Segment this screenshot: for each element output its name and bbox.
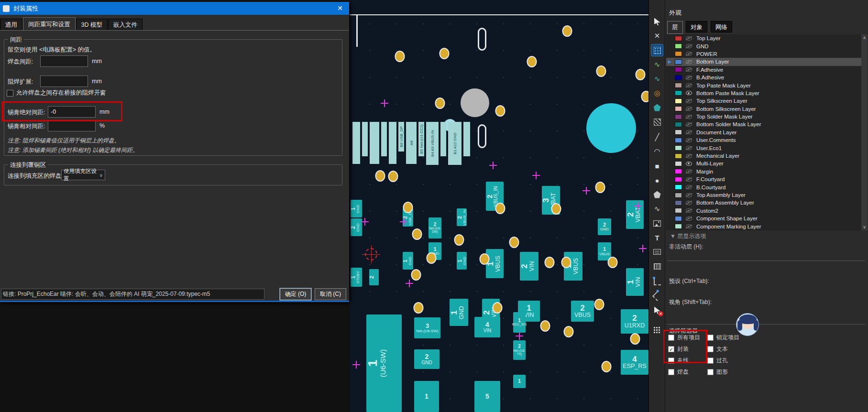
connector-pad[interactable]: B1 A12 GND (448, 122, 461, 165)
measure-tool-2-icon[interactable] (651, 290, 663, 302)
layer-row-Custom2[interactable]: Custom2 (666, 207, 861, 215)
filter-checkbox-图形[interactable]: 图形 (707, 366, 859, 378)
eye-hidden-icon[interactable] (686, 115, 692, 119)
eye-hidden-icon[interactable] (686, 60, 692, 64)
via[interactable] (608, 257, 618, 268)
appearance-tab-网络[interactable]: 网络 (711, 21, 732, 33)
layer-row-Bottom Paste Mask Layer[interactable]: Bottom Paste Mask Layer (666, 89, 861, 97)
layer-list-scrollbar[interactable]: ∧∨ (861, 34, 868, 230)
connector-pad[interactable] (362, 122, 368, 156)
add-textbox-icon[interactable] (651, 246, 663, 258)
checkbox-icon[interactable] (707, 335, 714, 341)
paste-rel-input[interactable] (48, 120, 96, 131)
via[interactable] (439, 48, 450, 59)
layer-color-swatch[interactable] (675, 114, 682, 119)
dialog-titlebar[interactable]: 封装属性 ✕ (0, 2, 349, 15)
layer-row-Bottom Layer[interactable]: ▶Bottom Layer (666, 58, 861, 65)
pad-1-VIN[interactable]: 1VIN (626, 268, 644, 296)
via[interactable] (551, 203, 561, 215)
pad-3-Net-(U6-SW)[interactable]: 3Net-(U6-SW) (414, 317, 440, 338)
via[interactable] (414, 302, 424, 314)
layer-row-POWER[interactable]: POWER (666, 50, 861, 58)
via[interactable] (602, 361, 612, 372)
layer-color-swatch[interactable] (675, 153, 682, 159)
layer-color-swatch[interactable] (675, 106, 682, 111)
eye-hidden-icon[interactable] (686, 44, 692, 48)
checkbox-icon[interactable] (707, 358, 714, 364)
cancel-button[interactable]: 取消 (C) (315, 288, 346, 300)
connector-pad[interactable] (389, 122, 396, 164)
pad-4-VIN[interactable]: 4VIN (474, 317, 500, 337)
layer-row-Bottom Silkscreen Layer[interactable]: Bottom Silkscreen Layer (666, 105, 861, 113)
via[interactable] (411, 269, 421, 281)
connector-pad[interactable]: B5 Net-(U1-CC2) (418, 122, 424, 156)
layer-color-swatch[interactable] (675, 177, 682, 182)
pad-1-GND[interactable]: 1GND (403, 252, 413, 270)
layer-color-swatch[interactable] (675, 59, 682, 65)
layer-row-F.Courtyard[interactable]: F.Courtyard (666, 175, 861, 183)
eye-hidden-icon[interactable] (686, 177, 692, 182)
eye-hidden-icon[interactable] (686, 107, 692, 111)
eye-hidden-icon[interactable] (686, 193, 692, 197)
eye-hidden-icon[interactable] (686, 52, 692, 56)
connector-pad[interactable] (370, 122, 379, 164)
close-icon[interactable]: ✕ (335, 4, 345, 13)
layer-row-Document Layer[interactable]: Document Layer (666, 129, 861, 136)
eye-hidden-icon[interactable] (686, 76, 692, 80)
pad-clearance-input[interactable] (40, 55, 88, 67)
layer-display-options-header[interactable]: ▼ 层显示选项 (670, 232, 706, 240)
avatar[interactable] (736, 313, 759, 336)
checkbox-icon[interactable] (707, 369, 714, 375)
eye-hidden-icon[interactable] (686, 217, 692, 221)
eye-hidden-icon[interactable] (686, 208, 692, 213)
via[interactable] (564, 326, 574, 337)
pad-2-U1RXD[interactable]: 2U1RXD (621, 309, 648, 334)
connector-pad[interactable] (381, 122, 387, 156)
via[interactable] (641, 91, 649, 102)
pad-1-(U6-SW)[interactable]: 1(U6-SW) (366, 314, 402, 412)
pad-2-VIN[interactable]: 2VIN (520, 252, 538, 281)
layer-row-Top Layer[interactable]: Top Layer (666, 34, 861, 42)
pad-2-GND[interactable]: 2GND (351, 218, 362, 236)
via[interactable] (454, 234, 464, 246)
layer-color-swatch[interactable] (675, 98, 682, 104)
layer-color-swatch[interactable] (675, 67, 682, 72)
via[interactable] (403, 202, 413, 213)
pad-1[interactable]: 1 (414, 381, 439, 412)
pcb-canvas[interactable]: 2USB_DP2Net-(U6-DM)2VBUS_IN1GND1GND1GND1… (350, 0, 648, 412)
connector-pad[interactable]: B6 USB_DP (398, 122, 404, 152)
eye-hidden-icon[interactable] (686, 138, 692, 142)
layer-color-swatch[interactable] (675, 75, 682, 80)
via[interactable] (412, 228, 422, 240)
add-table-icon[interactable] (651, 260, 663, 272)
layer-color-swatch[interactable] (675, 145, 682, 151)
filter-checkbox-文本[interactable]: 文本 (707, 343, 859, 355)
layer-row-User.Comments[interactable]: User.Comments (666, 136, 861, 144)
slot-pad[interactable] (478, 124, 486, 148)
layer-row-Bottom Assembly Layer[interactable]: Bottom Assembly Layer (666, 199, 861, 206)
ok-button[interactable]: 确定 (O) (280, 288, 311, 300)
dialog-tab-3D 模型[interactable]: 3D 模型 (76, 19, 108, 30)
pad-5[interactable]: 5 (474, 381, 500, 412)
appearance-tab-对象[interactable]: 对象 (686, 21, 707, 33)
pad-2-GND[interactable]: 2GND (414, 349, 439, 369)
slot-pad[interactable] (478, 28, 486, 51)
pad-2-Net-(U6-DM)[interactable]: 2Net-(U6-DM) (429, 217, 441, 239)
layer-color-swatch[interactable] (675, 161, 682, 166)
eye-hidden-icon[interactable] (686, 224, 692, 228)
layer-row-F.Adhesive[interactable]: F.Adhesive (666, 66, 861, 74)
via[interactable] (596, 65, 606, 77)
via[interactable] (636, 69, 646, 80)
layer-row-User.Eco1[interactable]: User.Eco1 (666, 144, 861, 152)
pad-1-GND[interactable]: 1GND (450, 299, 468, 326)
layer-color-swatch[interactable] (675, 224, 682, 229)
layer-row-Bottom Solder Mask Layer[interactable]: Bottom Solder Mask Layer (666, 120, 861, 128)
via[interactable] (509, 237, 519, 248)
pad-4-ESP_RS[interactable]: 4ESP_RS (621, 350, 648, 375)
layer-color-swatch[interactable] (675, 208, 682, 213)
mounting-hole[interactable] (461, 88, 489, 117)
eye-visible-icon[interactable] (686, 91, 692, 95)
layer-color-swatch[interactable] (675, 130, 682, 135)
layer-row-Mechanical Layer[interactable]: Mechanical Layer (666, 152, 861, 160)
checkbox-icon[interactable] (7, 90, 13, 97)
